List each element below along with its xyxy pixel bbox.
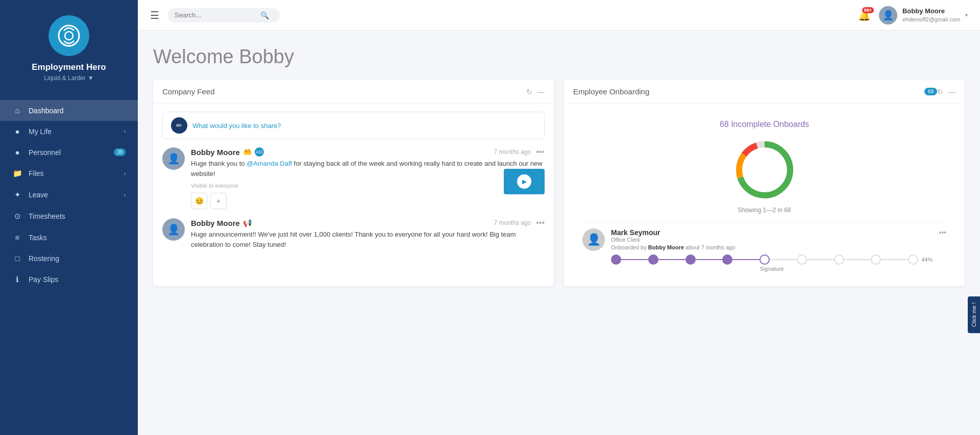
play-button[interactable]: ▶ (517, 174, 531, 189)
minimize-icon[interactable]: — (537, 88, 545, 96)
showing-label: Showing 1—2 in 68 (738, 207, 791, 214)
sidebar-item-dashboard[interactable]: ⌂ Dashboard (0, 100, 138, 121)
sidebar-item-rostering[interactable]: □ Rostering (0, 248, 138, 269)
progress-step-4 (722, 254, 732, 265)
header: ☰ 🔍 🔔 99+ 👤 Bobby Moore ehdemoff2@gmail.… (138, 0, 980, 31)
video-thumbnail[interactable]: ▶ (504, 169, 545, 194)
progress-step-2 (648, 254, 658, 265)
click-me-tab[interactable]: Click me ! (968, 296, 980, 333)
minimize-icon[interactable]: — (948, 88, 955, 96)
progress-pct: 44% (921, 257, 933, 263)
reaction-emoji[interactable]: 😊 (191, 193, 207, 209)
tasks-icon: ≡ (12, 233, 22, 242)
card-actions: ↻ — (526, 88, 545, 96)
onboarding-badge: 68 (924, 88, 937, 95)
progress-step-5 (760, 254, 770, 265)
onboarding-card: Employee Onboarding 68 ↻ — 68 Incomplete… (564, 80, 965, 286)
onboard-info: Mark Seymour Office Clerk Onboarded by B… (611, 228, 933, 272)
progress-connector-empty (881, 259, 908, 260)
sidebar-item-label: Tasks (29, 234, 47, 242)
post-author: Bobby Moore (191, 148, 240, 157)
sidebar-item-label: Pay Slips (29, 275, 58, 284)
files-icon: 📁 (12, 169, 22, 178)
progress-connector (732, 259, 760, 260)
sidebar-item-files[interactable]: 📁 Files › (0, 163, 138, 184)
onboard-item: 👤 Mark Seymour Office Clerk Onboarded by… (582, 222, 946, 278)
menu-icon[interactable]: ☰ (150, 9, 159, 21)
incomplete-label: 68 Incomplete Onboards (720, 120, 809, 129)
sidebar-logo: Employment Hero Liquid & Larder ▼ (0, 0, 138, 92)
sidebar-item-leave[interactable]: ✦ Leave › (0, 184, 138, 206)
onboard-avatar: 👤 (582, 228, 605, 251)
page-body: Welcome Bobby Company Feed ↻ — ✏ What wo… (138, 31, 980, 435)
post-time: 7 months ago (494, 148, 531, 156)
user-email: ehdemoff2@gmail.com (902, 16, 960, 23)
progress-connector-empty (807, 259, 834, 260)
company-feed-title: Company Feed (162, 87, 526, 96)
post-reactions: 😊 + (191, 193, 500, 209)
sidebar-item-tasks[interactable]: ≡ Tasks (0, 227, 138, 248)
refresh-icon[interactable]: ↻ (937, 88, 943, 96)
user-dropdown-arrow: ▾ (965, 12, 968, 18)
sidebar-item-payslips[interactable]: ℹ Pay Slips (0, 269, 138, 290)
reaction-add[interactable]: + (210, 193, 227, 209)
user-info: Bobby Moore ehdemoff2@gmail.com (902, 7, 960, 23)
sidebar-item-timesheets[interactable]: ⊙ Timesheets (0, 206, 138, 227)
progress-step-7 (834, 254, 844, 265)
post-badge-hands: 🤲 (243, 148, 252, 156)
onboarding-list: 👤 Mark Seymour Office Clerk Onboarded by… (573, 222, 955, 278)
sidebar-nav: ⌂ Dashboard ● My Life › ● Personnel 39 📁… (0, 100, 138, 435)
post-header: Bobby Moore 🤲 AO 7 months ago ••• (191, 147, 545, 157)
post-header: Bobby Moore 📢 7 months ago ••• (191, 218, 545, 227)
chevron-right-icon: › (124, 192, 126, 198)
progress-connector-empty (770, 259, 797, 260)
sidebar-item-label: My Life (29, 127, 52, 136)
onboard-by: Bobby Moore (648, 244, 684, 250)
company-selector[interactable]: Liquid & Larder ▼ (44, 74, 93, 82)
progress-step-3 (685, 254, 696, 265)
onboard-name: Mark Seymour (611, 228, 933, 237)
chevron-right-icon: › (124, 171, 126, 176)
chevron-right-icon: › (124, 129, 126, 134)
payslips-icon: ℹ (12, 275, 22, 284)
refresh-icon[interactable]: ↻ (526, 88, 532, 96)
onboarding-chart: 68 Incomplete Onboards (573, 112, 955, 222)
progress-step-8 (871, 254, 881, 265)
dashboard-icon: ⌂ (12, 106, 22, 115)
post-avatar: 👤 (162, 147, 185, 170)
dashboard-grid: Company Feed ↻ — ✏ What would you like t… (153, 80, 965, 286)
post-more-icon[interactable]: ••• (536, 218, 545, 227)
avatar: 👤 (879, 6, 897, 24)
search-bar: 🔍 (167, 8, 280, 22)
post-content: Bobby Moore 🤲 AO 7 months ago ••• Huge t… (191, 147, 545, 209)
svg-point-1 (65, 32, 73, 40)
search-icon: 🔍 (260, 11, 269, 19)
sidebar-item-personnel[interactable]: ● Personnel 39 (0, 142, 138, 163)
post-time: 7 months ago (494, 219, 531, 226)
post-content: Bobby Moore 📢 7 months ago ••• Huge anno… (191, 218, 545, 253)
onboard-more-icon[interactable]: ••• (939, 228, 946, 237)
mention: @Amanda Daff (247, 160, 292, 167)
post-avatar: 👤 (162, 218, 185, 241)
compose-icon: ✏ (171, 117, 187, 134)
notification-button[interactable]: 🔔 99+ (858, 9, 871, 21)
progress-step-9 (908, 254, 918, 265)
onboarding-header: Employee Onboarding 68 ↻ — (564, 80, 965, 104)
main-content: ☰ 🔍 🔔 99+ 👤 Bobby Moore ehdemoff2@gmail.… (138, 0, 980, 435)
sidebar-item-mylife[interactable]: ● My Life › (0, 121, 138, 142)
progress-connector (658, 259, 685, 260)
search-input[interactable] (175, 11, 256, 19)
progress-step-label: Signature (611, 266, 933, 272)
rostering-icon: □ (12, 254, 22, 263)
post-text: Huge thank you to @Amanda Daff for stayi… (191, 159, 545, 178)
progress-connector (621, 259, 648, 260)
sidebar-item-label: Leave (29, 191, 48, 199)
compose-box[interactable]: ✏ What would you like to share? (162, 112, 545, 139)
post-item: 👤 Bobby Moore 🤲 AO 7 months ago ••• Huge… (162, 147, 545, 209)
card-actions: ↻ — (937, 88, 955, 96)
app-name: Employment Hero (32, 62, 106, 72)
post-author: Bobby Moore (191, 219, 240, 227)
post-more-icon[interactable]: ••• (536, 147, 545, 157)
user-profile[interactable]: 👤 Bobby Moore ehdemoff2@gmail.com ▾ (879, 6, 968, 24)
sidebar-item-label: Rostering (29, 254, 59, 263)
